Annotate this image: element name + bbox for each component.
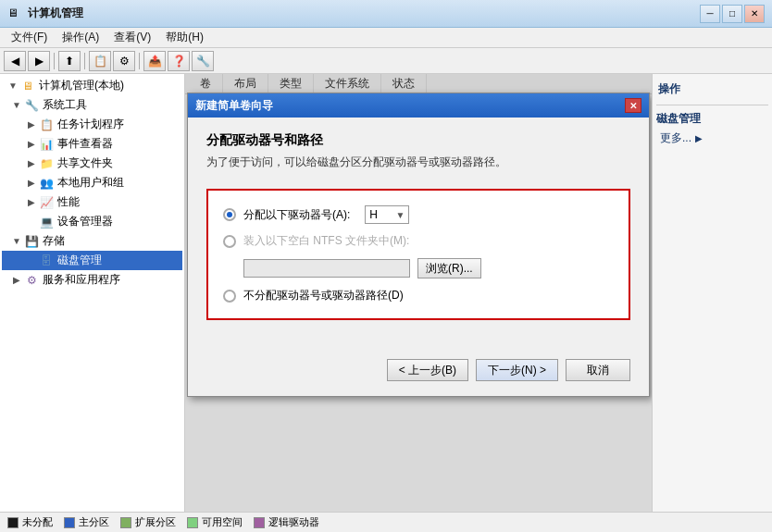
option3-row: 不分配驱动器号或驱动器路径(D) bbox=[223, 288, 614, 303]
sidebar-label-users: 本地用户和组 bbox=[57, 175, 124, 191]
menu-bar: 文件(F) 操作(A) 查看(V) 帮助(H) bbox=[0, 28, 772, 48]
window-controls: ─ □ ✕ bbox=[700, 5, 765, 23]
legend-logical: 逻辑驱动器 bbox=[254, 515, 319, 529]
sidebar-label-perf: 性能 bbox=[57, 194, 80, 210]
close-button[interactable]: ✕ bbox=[744, 5, 765, 23]
back-button[interactable]: ◀ bbox=[4, 51, 26, 71]
help-button[interactable]: ❓ bbox=[168, 51, 190, 71]
cancel-button[interactable]: 取消 bbox=[566, 359, 630, 381]
legend-color-extended bbox=[120, 517, 131, 528]
dev-icon: 💻 bbox=[39, 215, 54, 229]
legend-label-primary: 主分区 bbox=[79, 515, 109, 529]
option3-radio[interactable] bbox=[223, 290, 236, 303]
dialog-overlay: 新建简单卷向导 ✕ 分配驱动器号和路径 为了便于访问，可以给磁盘分区分配驱动器号… bbox=[185, 74, 652, 512]
root-icon: 🖥 bbox=[20, 79, 35, 93]
sidebar-item-event-viewer[interactable]: ▶ 📊 事件查看器 bbox=[2, 134, 182, 154]
content-area: 卷 布局 类型 文件系统 状态 新建简单卷向导 ✕ 分配驱动器号和路径 为了便于… bbox=[185, 74, 652, 512]
legend-label-free: 可用空间 bbox=[202, 515, 243, 529]
event-expand-icon: ▶ bbox=[24, 139, 39, 149]
right-panel: 操作 磁盘管理 更多... ▶ bbox=[652, 74, 772, 512]
drive-letter-select[interactable]: H ▼ bbox=[365, 205, 409, 224]
svc-expand-icon: ▶ bbox=[9, 275, 24, 285]
legend-color-free bbox=[187, 517, 198, 528]
sidebar-label-dev: 设备管理器 bbox=[57, 214, 113, 229]
sidebar-item-system-tools[interactable]: ▼ 🔧 系统工具 bbox=[2, 95, 182, 115]
sidebar-item-root[interactable]: ▼ 🖥 计算机管理(本地) bbox=[2, 76, 182, 95]
task-icon: 📋 bbox=[39, 118, 54, 132]
sidebar-label-storage: 存储 bbox=[43, 233, 65, 249]
dialog-body: 分配驱动器号和路径 为了便于访问，可以给磁盘分区分配驱动器号或驱动器路径。 分配… bbox=[188, 118, 649, 350]
toolbar-separator-3 bbox=[139, 53, 140, 69]
minimize-button[interactable]: ─ bbox=[700, 5, 720, 23]
menu-file[interactable]: 文件(F) bbox=[4, 28, 55, 47]
option1-row: 分配以下驱动器号(A): H ▼ bbox=[223, 205, 614, 224]
more-label: 更多... bbox=[660, 130, 691, 146]
folder-path-input[interactable] bbox=[243, 259, 410, 278]
properties-button[interactable]: ⚙ bbox=[113, 51, 135, 71]
menu-view[interactable]: 查看(V) bbox=[106, 28, 158, 47]
maximize-button[interactable]: □ bbox=[722, 5, 742, 23]
new-button[interactable]: 🔧 bbox=[192, 51, 214, 71]
sidebar-item-shared-folders[interactable]: ▶ 📁 共享文件夹 bbox=[2, 154, 182, 173]
sidebar-label-svc: 服务和应用程序 bbox=[43, 272, 120, 288]
right-panel-title: 操作 bbox=[656, 78, 768, 105]
sidebar-root-label: 计算机管理(本地) bbox=[39, 78, 124, 93]
right-panel-section: 磁盘管理 bbox=[656, 109, 768, 129]
system-tools-expand-icon: ▼ bbox=[9, 100, 24, 110]
sidebar-label-disk: 磁盘管理 bbox=[57, 253, 102, 268]
drive-letter-container: H ▼ bbox=[365, 205, 409, 224]
window-title: 计算机管理 bbox=[28, 6, 700, 21]
perf-expand-icon: ▶ bbox=[24, 197, 39, 207]
sidebar-item-services[interactable]: ▶ ⚙ 服务和应用程序 bbox=[2, 270, 182, 290]
option3-label: 不分配驱动器号或驱动器路径(D) bbox=[243, 288, 404, 303]
menu-help[interactable]: 帮助(H) bbox=[158, 28, 211, 47]
toolbar-separator-1 bbox=[54, 53, 55, 69]
legend-free: 可用空间 bbox=[187, 515, 243, 529]
sidebar-item-performance[interactable]: ▶ 📈 性能 bbox=[2, 192, 182, 212]
forward-button[interactable]: ▶ bbox=[28, 51, 50, 71]
storage-expand-icon: ▼ bbox=[9, 236, 24, 246]
window-icon: 🖥 bbox=[7, 6, 22, 21]
main-layout: ▼ 🖥 计算机管理(本地) ▼ 🔧 系统工具 ▶ 📋 任务计划程序 ▶ 📊 事件… bbox=[0, 74, 772, 512]
browse-button[interactable]: 浏览(R)... bbox=[417, 258, 481, 278]
title-bar: 🖥 计算机管理 ─ □ ✕ bbox=[0, 0, 772, 28]
drive-letter-arrow: ▼ bbox=[395, 210, 405, 220]
option2-radio[interactable] bbox=[223, 235, 236, 248]
up-button[interactable]: ⬆ bbox=[58, 51, 81, 71]
sidebar-item-device-manager[interactable]: 💻 设备管理器 bbox=[2, 212, 182, 231]
sidebar-item-storage[interactable]: ▼ 💾 存储 bbox=[2, 231, 182, 251]
dialog-title-bar: 新建简单卷向导 ✕ bbox=[188, 93, 649, 118]
export-button[interactable]: 📤 bbox=[143, 51, 166, 71]
users-icon: 👥 bbox=[39, 176, 54, 191]
sidebar-item-local-users[interactable]: ▶ 👥 本地用户和组 bbox=[2, 173, 182, 192]
drive-letter-value: H bbox=[369, 208, 378, 221]
legend-primary: 主分区 bbox=[64, 515, 109, 529]
sidebar-label-event: 事件查看器 bbox=[57, 136, 113, 152]
browse-label: 浏览(R)... bbox=[426, 261, 473, 277]
legend-unallocated: 未分配 bbox=[7, 515, 53, 529]
legend-label-unallocated: 未分配 bbox=[22, 515, 53, 529]
legend-color-unallocated bbox=[7, 517, 19, 528]
sidebar-item-disk-management[interactable]: 🗄 磁盘管理 bbox=[2, 251, 182, 270]
back-button[interactable]: < 上一步(B) bbox=[387, 359, 468, 381]
share-expand-icon: ▶ bbox=[24, 158, 39, 168]
sidebar-item-task-scheduler[interactable]: ▶ 📋 任务计划程序 bbox=[2, 115, 182, 134]
dialog-close-button[interactable]: ✕ bbox=[625, 98, 641, 113]
sidebar-label-share: 共享文件夹 bbox=[57, 155, 113, 171]
wizard-dialog: 新建简单卷向导 ✕ 分配驱动器号和路径 为了便于访问，可以给磁盘分区分配驱动器号… bbox=[187, 93, 650, 397]
sidebar: ▼ 🖥 计算机管理(本地) ▼ 🔧 系统工具 ▶ 📋 任务计划程序 ▶ 📊 事件… bbox=[0, 74, 185, 512]
show-hide-button[interactable]: 📋 bbox=[89, 51, 111, 71]
right-panel-more[interactable]: 更多... ▶ bbox=[656, 129, 768, 148]
legend-color-primary bbox=[64, 517, 75, 528]
task-expand-icon: ▶ bbox=[24, 119, 39, 130]
legend-label-logical: 逻辑驱动器 bbox=[268, 515, 319, 529]
sidebar-label-system-tools: 系统工具 bbox=[43, 97, 87, 113]
share-icon: 📁 bbox=[39, 156, 54, 171]
back-label: < 上一步(B) bbox=[399, 363, 456, 378]
cancel-label: 取消 bbox=[587, 363, 609, 378]
option1-radio[interactable] bbox=[223, 208, 236, 221]
toolbar-separator-2 bbox=[84, 53, 85, 69]
next-button[interactable]: 下一步(N) > bbox=[476, 359, 558, 381]
menu-action[interactable]: 操作(A) bbox=[55, 28, 106, 47]
dialog-section-title: 分配驱动器号和路径 bbox=[206, 132, 630, 149]
